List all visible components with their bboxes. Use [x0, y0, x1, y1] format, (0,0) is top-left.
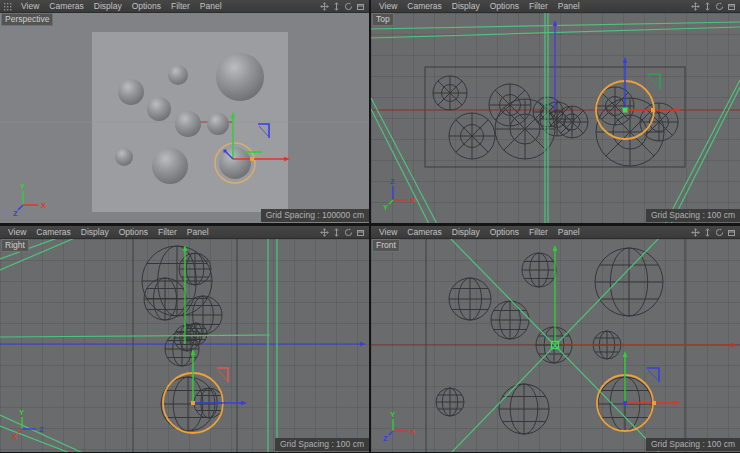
wireframe-sphere[interactable]: [499, 384, 549, 434]
world-x-axis[interactable]: [561, 343, 737, 348]
pan-icon[interactable]: [320, 228, 329, 237]
camera-frustum: [371, 98, 437, 223]
plane-handle[interactable]: [647, 74, 660, 89]
viewport-canvas[interactable]: Front YXZ Grid Spacing : 100 cm: [371, 239, 740, 452]
menu-item-view[interactable]: View: [374, 0, 402, 13]
axis-label: Z: [390, 177, 395, 186]
wireframe-sphere[interactable]: [174, 325, 200, 351]
rotate-icon[interactable]: [344, 2, 353, 11]
wireframe-sphere[interactable]: [522, 253, 556, 287]
wireframe-sphere[interactable]: [491, 301, 529, 339]
menu-item-display[interactable]: Display: [447, 0, 485, 13]
world-z-axis[interactable]: [553, 20, 558, 110]
wireframe-sphere[interactable]: [449, 113, 495, 159]
scene-perspective[interactable]: YXZ: [0, 13, 369, 223]
viewport-front[interactable]: ViewCamerasDisplayOptionsFilterPanel Fro…: [371, 226, 740, 453]
scene-front[interactable]: YXZ: [371, 239, 740, 452]
toggle-layout-icon[interactable]: [727, 2, 736, 11]
menu-item-panel[interactable]: Panel: [182, 226, 214, 239]
sphere[interactable]: [118, 79, 144, 105]
grid-spacing-readout: Grid Spacing : 100 cm: [646, 438, 740, 451]
menu-item-cameras[interactable]: Cameras: [31, 226, 75, 239]
menu-items: ViewCamerasDisplayOptionsFilterPanel: [16, 0, 227, 13]
zoom-icon[interactable]: [332, 2, 341, 11]
pan-icon[interactable]: [320, 2, 329, 11]
menu-item-panel[interactable]: Panel: [553, 226, 585, 239]
sphere[interactable]: [115, 148, 133, 166]
menu-item-options[interactable]: Options: [485, 0, 524, 13]
menu-item-view[interactable]: View: [16, 0, 44, 13]
menu-item-view[interactable]: View: [3, 226, 31, 239]
menu-item-options[interactable]: Options: [485, 226, 524, 239]
menu-item-cameras[interactable]: Cameras: [402, 226, 446, 239]
menu-item-display[interactable]: Display: [89, 0, 127, 13]
menu-item-panel[interactable]: Panel: [553, 0, 585, 13]
gizmo-center[interactable]: [623, 401, 627, 405]
rotate-icon[interactable]: [344, 228, 353, 237]
rotate-icon[interactable]: [715, 228, 724, 237]
sphere[interactable]: [168, 65, 188, 85]
viewport-right[interactable]: ViewCamerasDisplayOptionsFilterPanel Rig…: [0, 226, 369, 453]
gizmo-handle[interactable]: [224, 150, 227, 153]
menu-item-view[interactable]: View: [374, 226, 402, 239]
plane-handle[interactable]: [217, 368, 228, 382]
menu-item-cameras[interactable]: Cameras: [402, 0, 446, 13]
menu-item-cameras[interactable]: Cameras: [44, 0, 88, 13]
wireframe-sphere[interactable]: [556, 106, 588, 138]
viewport-canvas[interactable]: Top ZXY Grid Spacing : 100 cm: [371, 13, 740, 223]
menu-item-display[interactable]: Display: [447, 226, 485, 239]
viewport-label: Right: [1, 239, 29, 252]
layout-handle-icon[interactable]: [3, 1, 14, 12]
gizmo-handle[interactable]: [652, 401, 656, 405]
wireframe-sphere[interactable]: [185, 323, 207, 345]
menu-item-panel[interactable]: Panel: [195, 0, 227, 13]
scene-right[interactable]: YZX: [0, 239, 369, 452]
axis-label: X: [41, 201, 46, 210]
zoom-icon[interactable]: [703, 2, 712, 11]
menu-items: ViewCamerasDisplayOptionsFilterPanel: [3, 226, 214, 239]
wireframe-sphere[interactable]: [165, 332, 199, 366]
toggle-layout-icon[interactable]: [356, 2, 365, 11]
toggle-layout-icon[interactable]: [727, 228, 736, 237]
menu-item-options[interactable]: Options: [114, 226, 153, 239]
pan-icon[interactable]: [691, 2, 700, 11]
menu-item-filter[interactable]: Filter: [524, 0, 553, 13]
menu-item-filter[interactable]: Filter: [166, 0, 195, 13]
viewport-canvas[interactable]: Perspective YXZ Grid Spacing : 100000 cm: [0, 13, 369, 223]
wireframe-sphere[interactable]: [144, 278, 186, 320]
world-y-axis[interactable]: [553, 245, 558, 345]
pan-icon[interactable]: [691, 228, 700, 237]
wireframe-sphere[interactable]: [433, 76, 467, 110]
wireframe-sphere[interactable]: [449, 278, 491, 320]
sphere[interactable]: [152, 148, 188, 184]
viewport-menu-bar: ViewCamerasDisplayOptionsFilterPanel: [0, 226, 369, 239]
scene-top[interactable]: ZXY: [371, 13, 740, 223]
sphere[interactable]: [175, 111, 201, 137]
sphere[interactable]: [216, 53, 264, 101]
gizmo-center[interactable]: [191, 401, 195, 405]
wireframe-sphere[interactable]: [595, 248, 663, 316]
wireframe-sphere[interactable]: [436, 388, 464, 416]
zoom-icon[interactable]: [332, 228, 341, 237]
toggle-layout-icon[interactable]: [356, 228, 365, 237]
rotate-icon[interactable]: [715, 2, 724, 11]
sphere[interactable]: [207, 113, 229, 135]
plane-handle[interactable]: [647, 368, 659, 382]
viewport-top[interactable]: ViewCamerasDisplayOptionsFilterPanel Top…: [371, 0, 740, 224]
zoom-icon[interactable]: [703, 228, 712, 237]
wireframe-sphere[interactable]: [640, 103, 678, 141]
sphere[interactable]: [147, 97, 171, 121]
gizmo-center[interactable]: [623, 108, 628, 113]
gizmo-handle[interactable]: [651, 108, 655, 112]
viewport-tool-icons: [691, 228, 737, 237]
viewport-perspective[interactable]: ViewCamerasDisplayOptionsFilterPanel Per…: [0, 0, 369, 224]
gizmo-handle[interactable]: [250, 157, 254, 161]
viewport-tool-icons: [320, 2, 366, 11]
menu-item-filter[interactable]: Filter: [524, 226, 553, 239]
viewport-canvas[interactable]: Right YZX Grid Spacing : 100 cm: [0, 239, 369, 452]
axis-label: X: [410, 427, 415, 436]
menu-item-filter[interactable]: Filter: [153, 226, 182, 239]
menu-item-display[interactable]: Display: [76, 226, 114, 239]
menu-item-options[interactable]: Options: [127, 0, 166, 13]
wireframe-sphere[interactable]: [179, 253, 211, 285]
